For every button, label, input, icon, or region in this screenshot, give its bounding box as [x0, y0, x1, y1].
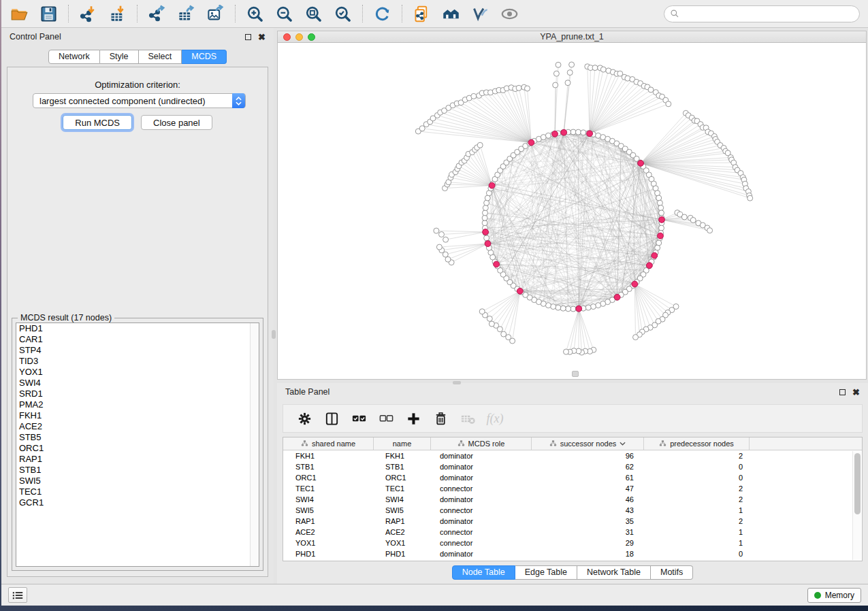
clone-network-icon[interactable]: [411, 3, 432, 24]
export-image-icon[interactable]: [204, 3, 226, 24]
cell-predecessor-nodes: 2: [644, 494, 750, 505]
memory-button[interactable]: Memory: [807, 588, 861, 603]
control-panel-tabs: NetworkStyleSelectMCDS: [1, 50, 274, 64]
zoom-in-icon[interactable]: [244, 3, 266, 24]
toolbar-separator: [137, 5, 138, 22]
import-table-file-icon[interactable]: [106, 3, 128, 24]
table-row[interactable]: ACE2ACE2connector311: [283, 527, 862, 538]
table-row[interactable]: FKH1FKH1dominator962: [283, 450, 862, 461]
node-table: shared namenameMCDS rolesuccessor nodesp…: [283, 437, 863, 561]
toolbar-icons: [8, 3, 528, 24]
mcds-result-item[interactable]: PHD1: [16, 323, 259, 334]
splitter-handle[interactable]: [453, 381, 461, 384]
open-session-icon[interactable]: [8, 3, 30, 24]
network-canvas[interactable]: [278, 43, 866, 379]
mcds-result-item[interactable]: STP4: [16, 345, 259, 356]
column-header-name[interactable]: name: [374, 437, 431, 450]
control-panel-scrollbar-thumb[interactable]: [272, 330, 276, 339]
column-chooser-icon[interactable]: [321, 408, 342, 429]
mcds-result-item[interactable]: TID3: [16, 356, 259, 367]
tab-mcds[interactable]: MCDS: [182, 50, 227, 64]
table-scrollbar[interactable]: [852, 451, 861, 560]
run-mcds-button[interactable]: Run MCDS: [63, 115, 132, 130]
mcds-result-item[interactable]: TEC1: [16, 486, 259, 497]
float-table-panel-icon[interactable]: [839, 389, 846, 395]
column-header-shared-name[interactable]: shared name: [283, 437, 374, 450]
add-column-icon[interactable]: [403, 408, 423, 429]
table-row[interactable]: PHD1PHD1dominator180: [283, 548, 862, 559]
main-toolbar: [1, 0, 868, 28]
table-row[interactable]: SWI4SWI4dominator462: [283, 494, 862, 505]
table-row[interactable]: SWI5SWI5connector431: [283, 505, 862, 516]
tab-motifs[interactable]: Motifs: [651, 565, 693, 580]
search-box[interactable]: [664, 5, 860, 22]
task-history-button[interactable]: [8, 587, 27, 603]
cell-predecessor-nodes: 1: [644, 527, 750, 538]
column-header-successor-nodes[interactable]: successor nodes: [532, 437, 644, 450]
mcds-result-item[interactable]: STB5: [16, 432, 259, 443]
table-scrollbar-thumb[interactable]: [854, 453, 861, 514]
table-row[interactable]: YOX1YOX1connector291: [283, 538, 862, 548]
mcds-result-item[interactable]: RAP1: [16, 454, 259, 465]
cell-successor-nodes: 18: [532, 548, 644, 559]
search-input[interactable]: [682, 9, 854, 18]
tab-edge-table[interactable]: Edge Table: [515, 565, 577, 580]
close-table-panel-icon[interactable]: ✖: [852, 389, 860, 395]
select-all-icon[interactable]: [349, 408, 369, 429]
zoom-out-icon[interactable]: [273, 3, 295, 24]
mcds-result-item[interactable]: SWI4: [16, 378, 259, 389]
table-row[interactable]: TEC1TEC1connector472: [283, 483, 862, 494]
home-pages-icon[interactable]: [440, 3, 462, 24]
table-row[interactable]: STB1STB1dominator620: [283, 461, 862, 472]
column-header-predecessor-nodes[interactable]: predecessor nodes: [644, 437, 750, 450]
eye-icon[interactable]: [498, 3, 520, 24]
close-panel-icon[interactable]: ✖: [258, 34, 266, 40]
mcds-result-item[interactable]: GCR1: [16, 497, 259, 508]
export-network-icon[interactable]: [146, 3, 167, 24]
network-window-titlebar[interactable]: YPA_prune.txt_1: [278, 31, 866, 43]
cell-name: PHD1: [374, 548, 431, 559]
tab-node-table[interactable]: Node Table: [452, 565, 515, 580]
cell-successor-nodes: 47: [532, 483, 644, 494]
mcds-result-item[interactable]: STB1: [16, 465, 259, 476]
cell-predecessor-nodes: 1: [644, 538, 750, 548]
mcds-list-scrollbar[interactable]: [250, 323, 259, 566]
vizmap-icon[interactable]: [469, 3, 491, 24]
mcds-result-item[interactable]: SWI5: [16, 476, 259, 486]
control-panel: Control Panel ✖ NetworkStyleSelectMCDS O…: [1, 28, 274, 584]
close-panel-button[interactable]: Close panel: [141, 115, 212, 130]
mcds-result-item[interactable]: PMA2: [16, 399, 259, 410]
table-row[interactable]: ORC1ORC1dominator610: [283, 472, 862, 483]
zoom-selected-icon[interactable]: [332, 3, 353, 24]
cell-successor-nodes: 96: [532, 450, 644, 461]
column-header-MCDS-role[interactable]: MCDS role: [431, 437, 532, 450]
mcds-result-item[interactable]: CAR1: [16, 334, 259, 345]
tab-select[interactable]: Select: [139, 50, 182, 64]
cell-name: FKH1: [374, 450, 431, 461]
mcds-result-item[interactable]: FKH1: [16, 410, 259, 421]
zoom-fit-icon[interactable]: [302, 3, 324, 24]
cell-predecessor-nodes: 0: [644, 472, 750, 483]
tab-network[interactable]: Network: [48, 50, 100, 64]
criterion-dropdown[interactable]: largest connected component (undirected): [33, 93, 246, 108]
export-table-icon[interactable]: [175, 3, 197, 24]
tab-network-table[interactable]: Network Table: [577, 565, 651, 580]
mcds-result-item[interactable]: SRD1: [16, 389, 259, 399]
canvas-grip[interactable]: [572, 371, 579, 377]
mcds-result-list[interactable]: PHD1CAR1STP4TID3YOX1SWI4SRD1PMA2FKH1ACE2…: [16, 323, 259, 567]
mcds-result-item[interactable]: YOX1: [16, 367, 259, 378]
mcds-result-item[interactable]: ORC1: [16, 443, 259, 454]
cytoscape-window: Control Panel ✖ NetworkStyleSelectMCDS O…: [1, 0, 868, 606]
mcds-result-item[interactable]: ACE2: [16, 421, 259, 432]
tab-style[interactable]: Style: [100, 50, 139, 64]
deselect-all-icon[interactable]: [376, 408, 396, 429]
refresh-layout-icon[interactable]: [371, 3, 393, 24]
float-panel-icon[interactable]: [245, 34, 251, 40]
cell-name: TEC1: [374, 483, 431, 494]
settings-gear-icon[interactable]: [294, 408, 315, 429]
table-row[interactable]: RAP1RAP1dominator352: [283, 516, 862, 527]
cell-MCDS-role: dominator: [431, 472, 532, 483]
import-network-file-icon[interactable]: [77, 3, 99, 24]
delete-column-icon[interactable]: [430, 408, 451, 429]
save-session-icon[interactable]: [37, 3, 59, 24]
